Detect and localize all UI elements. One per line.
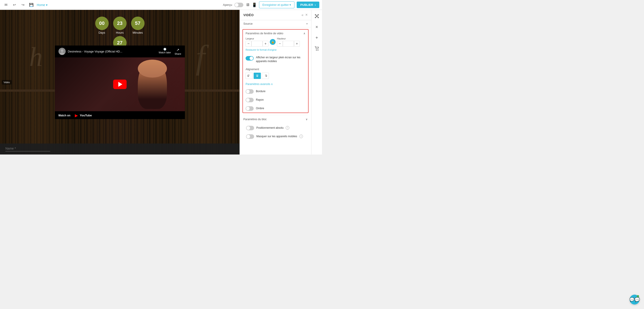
hours-label: Hours (116, 31, 124, 34)
yt-logo-icon: ▶ (75, 113, 78, 118)
hauteur-group: Hauteur − + (277, 37, 300, 47)
days-label: Days (98, 31, 105, 34)
preview-toggle[interactable] (234, 3, 243, 7)
close-right-button[interactable]: × (313, 23, 320, 31)
align-right-button[interactable] (262, 73, 269, 79)
panel-collapse-button[interactable]: « (302, 13, 304, 17)
align-center-button[interactable] (254, 73, 261, 79)
name-input[interactable] (6, 147, 50, 151)
yt-video-title: Desireless - Voyage Voyage (Official HD.… (68, 50, 156, 53)
main-layout: h f 00 Days 23 Hours 57 (0, 10, 322, 155)
hauteur-plus-button[interactable]: + (294, 41, 300, 47)
canvas-area: h f 00 Days 23 Hours 57 (0, 10, 240, 155)
svg-rect-8 (256, 76, 258, 77)
video-window-header[interactable]: Paramètres de fenêtre de vidéo ∧ (243, 30, 308, 37)
largeur-plus-button[interactable]: + (262, 41, 268, 47)
yt-bottom-bar: Watch on ▶ YouTube (55, 111, 185, 119)
svg-rect-3 (248, 75, 250, 75)
back-button[interactable]: ✉ (3, 2, 9, 8)
toolbar: ✉ ↩ ↪ 💾 Home ▾ Aperçu 🖥 📱 Enregistrer et… (0, 0, 322, 10)
svg-line-19 (316, 16, 317, 18)
hours-circle: 23 (113, 17, 126, 30)
position-knob (246, 126, 250, 130)
desktop-icon[interactable]: 🖥 (246, 3, 250, 7)
hauteur-label: Hauteur (277, 37, 300, 40)
largeur-label: Largeur (246, 37, 268, 40)
home-label: Home (37, 3, 45, 7)
cart-button[interactable] (313, 45, 320, 52)
svg-point-21 (316, 50, 316, 51)
rayon-toggle[interactable] (246, 98, 254, 102)
align-left-button[interactable] (246, 73, 253, 79)
ombre-knob (246, 107, 250, 110)
svg-line-18 (317, 15, 318, 16)
mail-icon: ✉ (4, 3, 8, 7)
position-toggle[interactable] (246, 126, 254, 130)
yt-youtube-label: YouTube (80, 114, 92, 117)
right-panel: VIDÉO « × Source ▾ Paramètres de fenêtre… (240, 10, 311, 155)
youtube-embed[interactable]: Desireless - Voyage Voyage (Official HD.… (55, 46, 185, 119)
share-icon: ↗ (176, 48, 179, 52)
alignment-buttons (246, 73, 306, 79)
panel-close-button[interactable]: × (305, 13, 308, 17)
largeur-input[interactable] (252, 41, 262, 47)
yt-play-button[interactable] (113, 80, 126, 89)
countdown-minutes: 57 Minutes (131, 17, 144, 34)
undo-icon: ↩ (13, 3, 16, 7)
ombre-row: Ombre (243, 104, 308, 113)
fullscreen-toggle[interactable] (246, 56, 254, 61)
clock-icon: 🕐 (163, 48, 166, 51)
position-info-icon[interactable]: i (286, 126, 289, 130)
bordure-label: Bordure (256, 90, 266, 93)
masquer-row: Masquer sur les appareils mobiles i (243, 132, 308, 141)
masquer-info-icon[interactable]: i (299, 135, 303, 138)
minutes-circle: 57 (131, 17, 144, 30)
restore-link[interactable]: Restaurer le format d'origine (243, 49, 308, 53)
bloc-chevron-icon: ∨ (306, 118, 308, 121)
save-quit-button[interactable]: Enregistrer et quitter ▾ (259, 1, 294, 8)
hauteur-controls: − + (277, 41, 300, 47)
fullscreen-toggle-row: Afficher en largeur plein écran sur les … (243, 53, 308, 66)
toolbar-right: Aperçu 🖥 📱 Enregistrer et quitter ▾ PUBL… (223, 1, 319, 8)
svg-line-20 (317, 16, 318, 18)
largeur-minus-button[interactable]: − (246, 41, 252, 47)
yt-avatar (58, 48, 66, 55)
svg-point-22 (318, 50, 318, 51)
yt-thumbnail-bg (55, 57, 185, 111)
home-button[interactable]: Home ▾ (37, 3, 48, 7)
share-label: Share (174, 53, 181, 55)
svg-rect-11 (266, 76, 267, 77)
countdown-hours: 23 Hours (113, 17, 126, 34)
lock-button[interactable]: 🔒 (270, 39, 276, 45)
svg-line-17 (316, 15, 317, 16)
save-icon-button[interactable]: 💾 (28, 2, 34, 8)
lock-icon: 🔒 (271, 40, 274, 44)
rayon-row: Rayon (243, 96, 308, 104)
source-row[interactable]: Source ▾ (240, 20, 311, 27)
redo-button[interactable]: ↪ (20, 2, 26, 8)
advanced-params-link[interactable]: Paramètres avancés ∧ (243, 81, 308, 87)
add-button[interactable]: + (313, 34, 320, 41)
bordure-toggle[interactable] (246, 89, 254, 94)
undo-button[interactable]: ↩ (11, 2, 18, 8)
name-field-bar (0, 144, 240, 155)
preview-toggle-knob (235, 3, 238, 7)
dimensions-container: Largeur − + 🔒 Hauteur − + (243, 37, 308, 49)
masquer-toggle[interactable] (246, 134, 254, 139)
bloc-header[interactable]: Paramètres du bloc ∨ (243, 115, 308, 124)
ombre-toggle[interactable] (246, 106, 254, 111)
add-icon: + (316, 35, 318, 40)
bordure-knob (246, 90, 250, 93)
hauteur-minus-button[interactable]: − (277, 41, 283, 47)
masquer-knob (246, 135, 250, 138)
mobile-icon[interactable]: 📱 (252, 3, 257, 8)
fullscreen-toggle-knob (250, 57, 253, 60)
yt-watch-later[interactable]: 🕐 Watch later (159, 48, 171, 55)
yt-share[interactable]: ↗ Share (174, 48, 181, 55)
fullscreen-toggle-label: Afficher en largeur plein écran sur les … (256, 56, 306, 63)
panel-title: VIDÉO (243, 13, 300, 17)
nodes-button[interactable] (313, 13, 320, 20)
save-icon: 💾 (29, 3, 34, 7)
hauteur-input[interactable] (283, 41, 294, 47)
publish-button[interactable]: PUBLIER › (297, 2, 319, 8)
